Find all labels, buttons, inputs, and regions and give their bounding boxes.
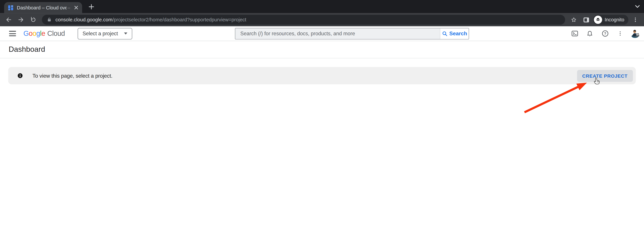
reload-button[interactable]	[28, 15, 38, 25]
incognito-label: Incognito	[604, 17, 624, 23]
search-field[interactable]	[235, 28, 440, 39]
back-button[interactable]	[3, 15, 14, 25]
header-actions: ?	[570, 29, 640, 39]
bell-icon	[586, 30, 594, 37]
page-title-row: Dashboard	[0, 41, 644, 59]
url-text: console.cloud.google.com/projectselector…	[56, 17, 246, 23]
dropdown-caret-icon	[124, 33, 128, 35]
kebab-menu-icon	[617, 30, 623, 37]
account-avatar[interactable]	[630, 29, 640, 38]
search-input[interactable]	[235, 31, 440, 36]
search-button-label: Search	[449, 31, 467, 37]
svg-text:?: ?	[604, 32, 606, 36]
tab-close-button[interactable]	[73, 4, 79, 11]
google-cloud-logo[interactable]: Google Cloud	[23, 30, 65, 38]
banner-message: To view this page, select a project.	[32, 73, 112, 79]
create-project-button[interactable]: CREATE PROJECT	[577, 70, 633, 82]
google-logo-letters: Google	[23, 30, 45, 38]
page-title: Dashboard	[8, 45, 45, 54]
forward-icon	[18, 17, 24, 23]
forward-button[interactable]	[16, 15, 26, 25]
back-icon	[5, 17, 12, 23]
address-bar[interactable]: console.cloud.google.com/projectselector…	[42, 15, 565, 25]
create-project-label: CREATE PROJECT	[582, 73, 628, 78]
close-icon	[74, 6, 78, 10]
search-icon	[442, 31, 448, 36]
notifications-button[interactable]	[585, 29, 595, 39]
cloud-shell-button[interactable]	[570, 29, 580, 39]
page-content: To view this page, select a project. CRE…	[0, 58, 644, 236]
tab-title-suffix: –	[68, 5, 70, 11]
help-icon: ?	[601, 30, 609, 37]
url-domain: console.cloud.google.com	[56, 17, 112, 23]
incognito-badge: Incognito	[593, 15, 628, 25]
screenshot-root: Dashboard – Cloud overview –	[0, 0, 644, 236]
side-panel-button[interactable]	[581, 15, 592, 25]
console-search-bar: Search	[235, 28, 469, 39]
browser-tab[interactable]: Dashboard – Cloud overview –	[4, 2, 82, 13]
help-button[interactable]: ?	[600, 29, 610, 39]
select-project-banner: To view this page, select a project. CRE…	[8, 67, 636, 84]
bookmark-button[interactable]	[568, 15, 579, 25]
star-icon	[570, 17, 577, 23]
plus-icon	[88, 4, 94, 9]
project-selector-label: Select a project	[82, 31, 118, 36]
cloud-dashboard-favicon	[8, 5, 14, 11]
info-icon	[17, 73, 23, 79]
browser-toolbar: console.cloud.google.com/projectselector…	[0, 13, 644, 26]
new-tab-button[interactable]	[87, 3, 95, 11]
tab-title: Dashboard – Cloud overview	[17, 5, 67, 11]
reload-icon	[30, 17, 36, 23]
navigation-menu-button[interactable]	[8, 29, 17, 39]
console-header: Google Cloud Select a project Search	[0, 26, 644, 41]
incognito-avatar	[594, 16, 602, 24]
lock-icon	[47, 17, 52, 23]
browser-tab-strip: Dashboard – Cloud overview –	[0, 0, 644, 13]
avatar-illustration	[630, 29, 640, 38]
kebab-menu-icon	[632, 17, 638, 23]
project-selector-button[interactable]: Select a project	[78, 28, 132, 39]
chevron-down-icon	[635, 5, 640, 8]
side-panel-icon	[583, 16, 590, 23]
logo-cloud-text: Cloud	[47, 30, 65, 38]
console-more-button[interactable]	[615, 29, 625, 39]
browser-menu-button[interactable]	[630, 15, 641, 25]
url-path: /projectselector2/home/dashboard?support…	[112, 17, 246, 23]
search-button[interactable]: Search	[440, 28, 468, 39]
cloud-shell-terminal-icon	[571, 30, 578, 37]
tab-search-chevron-button[interactable]	[634, 4, 640, 10]
incognito-icon	[595, 17, 601, 23]
